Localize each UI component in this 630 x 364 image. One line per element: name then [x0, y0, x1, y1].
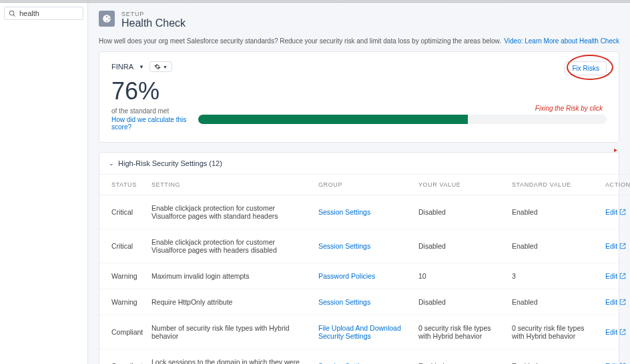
table-row: CriticalEnable clickjack protection for …	[99, 195, 630, 229]
cell-group[interactable]: File Upload And Download Security Settin…	[313, 315, 413, 349]
table-header-row: STATUS SETTING GROUP YOUR VALUE STANDARD…	[99, 175, 630, 195]
cell-standard-value: Enabled	[507, 349, 600, 365]
page-subhead: How well does your org meet Salesforce s…	[99, 35, 619, 51]
cell-setting: Number of security risk file types with …	[146, 315, 313, 349]
search-input[interactable]	[19, 9, 79, 17]
overflow-indicator-icon: ▸	[614, 146, 617, 153]
cell-your-value: Disabled	[413, 289, 507, 315]
cell-status: Warning	[99, 263, 146, 289]
cell-actions[interactable]: Edit	[600, 289, 630, 315]
cell-status: Warning	[99, 289, 146, 315]
health-check-app-icon	[99, 11, 115, 27]
page-description: How well does your org meet Salesforce s…	[99, 37, 501, 45]
page-super-title: SETUP	[121, 11, 186, 17]
score-of-text: of the standard met	[111, 107, 198, 115]
cell-status: Critical	[99, 229, 146, 263]
cell-your-value: Disabled	[413, 229, 507, 263]
table-row: WarningMaximum invalid login attemptsPas…	[99, 263, 630, 289]
cell-standard-value: Enabled	[507, 229, 600, 263]
chevron-down-icon: ▼	[139, 64, 144, 70]
edit-link: Edit	[605, 328, 626, 336]
main-content: SETUP Health Check How well does your or…	[88, 3, 630, 364]
col-actions: ACTIONS	[600, 175, 630, 195]
edit-link: Edit	[605, 242, 626, 250]
col-your-value: YOUR VALUE	[413, 175, 507, 195]
cell-your-value: 10	[413, 263, 507, 289]
cell-setting: Maximum invalid login attempts	[146, 263, 313, 289]
page-header: SETUP Health Check	[99, 8, 619, 35]
cell-your-value: 0 security risk file types with Hybrid b…	[413, 315, 507, 349]
table-row: CriticalEnable clickjack protection for …	[99, 229, 630, 263]
cell-setting: Enable clickjack protection for customer…	[146, 229, 313, 263]
section-header[interactable]: ⌄ High-Risk Security Settings (12)	[99, 153, 619, 174]
settings-table: STATUS SETTING GROUP YOUR VALUE STANDARD…	[99, 174, 630, 364]
cell-standard-value: 0 security risk file types with Hybrid b…	[507, 315, 600, 349]
high-risk-section: ▸ ⌄ High-Risk Security Settings (12) STA…	[99, 152, 619, 364]
cell-standard-value: 3	[507, 263, 600, 289]
col-setting: SETTING	[146, 175, 313, 195]
cell-group[interactable]: Session Settings	[313, 349, 413, 365]
video-help-link[interactable]: Video: Learn More about Health Check	[504, 37, 619, 45]
setup-sidebar	[0, 3, 88, 364]
chevron-down-icon: ⌄	[109, 160, 114, 167]
cell-group[interactable]: Session Settings	[313, 195, 413, 229]
cell-setting: Lock sessions to the domain in which the…	[146, 349, 313, 365]
score-calc-link[interactable]: How did we calculate this score?	[111, 116, 198, 131]
score-progress-fill	[198, 115, 468, 124]
cell-standard-value: Enabled	[507, 289, 600, 315]
cell-actions[interactable]: Edit	[600, 315, 630, 349]
score-card: FINRA ▼ ▼ Fix Risks 76% of the standard …	[99, 51, 619, 143]
section-title: High-Risk Security Settings (12)	[118, 159, 222, 167]
cell-actions[interactable]: Edit	[600, 229, 630, 263]
cell-status: Compliant	[99, 315, 146, 349]
cell-setting: Enable clickjack protection for customer…	[146, 195, 313, 229]
cell-status: Compliant	[99, 349, 146, 365]
gear-icon	[154, 63, 161, 70]
edit-link: Edit	[605, 298, 626, 306]
cell-group[interactable]: Session Settings	[313, 229, 413, 263]
score-percent: 76%	[111, 79, 607, 103]
cell-standard-value: Enabled	[507, 195, 600, 229]
baseline-name: FINRA	[111, 63, 133, 71]
chevron-down-icon: ▼	[163, 65, 168, 69]
fix-risks-button[interactable]: Fix Risks	[565, 61, 607, 75]
table-row: CompliantNumber of security risk file ty…	[99, 315, 630, 349]
edit-link: Edit	[605, 272, 626, 280]
cell-group[interactable]: Session Settings	[313, 289, 413, 315]
baseline-selector[interactable]: FINRA ▼ ▼	[111, 61, 172, 72]
cell-actions[interactable]: Edit	[600, 195, 630, 229]
cell-your-value: Disabled	[413, 195, 507, 229]
svg-point-0	[9, 11, 13, 15]
svg-line-1	[13, 14, 15, 16]
table-row: WarningRequire HttpOnly attributeSession…	[99, 289, 630, 315]
search-icon	[9, 10, 16, 17]
table-row: CompliantLock sessions to the domain in …	[99, 349, 630, 365]
col-status: STATUS	[99, 175, 146, 195]
cell-setting: Require HttpOnly attribute	[146, 289, 313, 315]
cell-actions[interactable]: Edit	[600, 349, 630, 365]
page-title: Health Check	[121, 17, 186, 29]
cell-actions[interactable]: Edit	[600, 263, 630, 289]
col-standard-value: STANDARD VALUE	[507, 175, 600, 195]
quick-find-search[interactable]	[4, 7, 83, 20]
score-progress-bar: Fixing the Risk by click	[198, 115, 607, 124]
cell-group[interactable]: Password Policies	[313, 263, 413, 289]
cell-your-value: Enabled	[413, 349, 507, 365]
app-layout: SETUP Health Check How well does your or…	[0, 3, 630, 364]
annotation-text: Fixing the Risk by click	[535, 105, 603, 112]
cell-status: Critical	[99, 195, 146, 229]
edit-link: Edit	[605, 208, 626, 216]
col-group: GROUP	[313, 175, 413, 195]
baseline-settings-button[interactable]: ▼	[149, 61, 172, 72]
